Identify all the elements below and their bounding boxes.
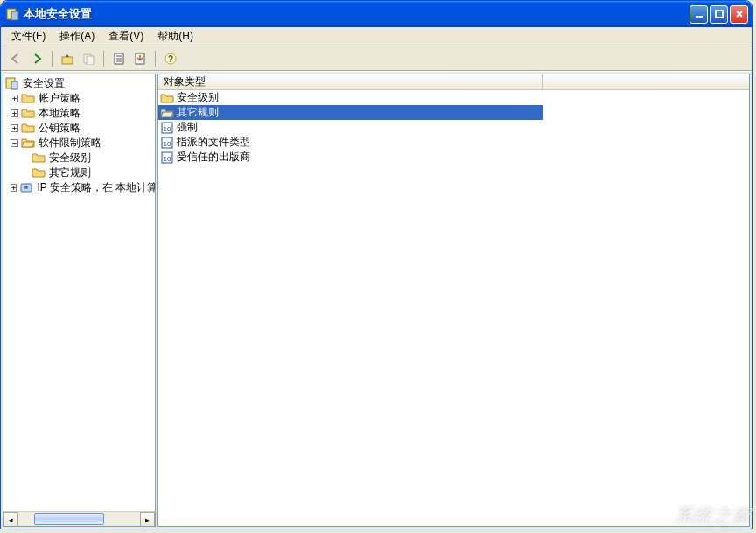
expand-icon[interactable]: + xyxy=(10,184,17,192)
tree-item-public-key-policies[interactable]: + 公钥策略 xyxy=(5,121,155,135)
folder-icon xyxy=(21,106,35,120)
list-item-label: 其它规则 xyxy=(177,105,219,120)
list-item-enforcement[interactable]: 10 强制 xyxy=(158,120,749,135)
tree-item-label: IP 安全策略，在 本地计算机 xyxy=(35,180,155,195)
tree-item-label: 其它规则 xyxy=(47,165,93,180)
list-item-label: 安全级别 xyxy=(177,90,219,105)
tree-panel: 安全设置 + 帐户策略 + 本地策略 + 公钥策略 xyxy=(3,74,156,527)
svg-point-17 xyxy=(24,186,28,189)
tree-item-label: 软件限制策略 xyxy=(37,136,103,151)
maximize-button[interactable] xyxy=(710,5,728,24)
toolbar: ? xyxy=(1,46,752,71)
help-button[interactable]: ? xyxy=(161,49,180,68)
svg-rect-6 xyxy=(87,56,94,65)
tree-item-account-policies[interactable]: + 帐户策略 xyxy=(5,91,155,105)
folder-open-icon xyxy=(160,106,174,120)
folder-open-icon xyxy=(21,136,35,150)
separator xyxy=(155,51,156,67)
separator xyxy=(103,51,104,67)
export-button[interactable] xyxy=(130,49,150,68)
up-button[interactable] xyxy=(58,49,77,68)
list-panel: 对象类型 安全级别 其它规则 10 强制 10 指派的文件类型 xyxy=(158,74,750,527)
scroll-thumb[interactable] xyxy=(34,513,104,525)
policy-icon: 10 xyxy=(160,136,174,150)
svg-text:10: 10 xyxy=(164,140,172,148)
tree-item-label: 本地策略 xyxy=(37,106,82,121)
tree-item-ip-security[interactable]: + IP 安全策略，在 本地计算机 xyxy=(5,180,155,194)
folder-icon xyxy=(21,91,35,105)
window-title: 本地安全设置 xyxy=(24,6,690,22)
tree-root[interactable]: 安全设置 xyxy=(5,76,155,90)
ipsec-icon xyxy=(19,180,33,194)
policy-icon: 10 xyxy=(160,121,174,135)
column-header-object-type[interactable]: 对象类型 xyxy=(158,74,543,89)
list-header: 对象类型 xyxy=(158,74,749,90)
tree-item-local-policies[interactable]: + 本地策略 xyxy=(5,106,155,120)
expand-icon[interactable]: + xyxy=(10,109,18,117)
tree-item-label: 公钥策略 xyxy=(37,121,82,136)
expand-icon[interactable]: + xyxy=(10,95,18,102)
security-settings-icon xyxy=(5,76,19,90)
menu-action[interactable]: 操作(A) xyxy=(54,27,100,46)
horizontal-scrollbar[interactable]: ◂ ▸ xyxy=(4,511,155,526)
tree-view[interactable]: 安全设置 + 帐户策略 + 本地策略 + 公钥策略 xyxy=(4,74,155,511)
separator xyxy=(52,51,52,67)
menu-help[interactable]: 帮助(H) xyxy=(152,27,199,46)
close-button[interactable] xyxy=(730,5,748,24)
list-item-additional-rules[interactable]: 其它规则 xyxy=(158,105,543,120)
forward-button[interactable] xyxy=(27,49,46,68)
list-item-security-levels[interactable]: 安全级别 xyxy=(158,90,749,105)
svg-text:?: ? xyxy=(168,54,173,64)
scroll-right-button[interactable]: ▸ xyxy=(140,512,155,527)
tree-root-label: 安全设置 xyxy=(21,76,66,91)
folder-icon xyxy=(32,151,46,165)
list-item-label: 强制 xyxy=(177,120,198,135)
list-item-trusted-publishers[interactable]: 10 受信任的出版商 xyxy=(158,150,749,165)
list-item-designated-file-types[interactable]: 10 指派的文件类型 xyxy=(158,135,749,150)
tree-item-security-levels[interactable]: 安全级别 xyxy=(5,151,155,165)
svg-rect-4 xyxy=(62,57,73,64)
folder-icon xyxy=(160,91,174,105)
menu-view[interactable]: 查看(V) xyxy=(103,27,149,46)
folder-icon xyxy=(32,165,46,179)
policy-icon: 10 xyxy=(160,151,174,165)
tree-item-software-restriction[interactable]: − 软件限制策略 xyxy=(5,136,155,150)
folder-icon xyxy=(21,121,35,135)
scroll-track[interactable] xyxy=(18,512,140,526)
list-item-label: 受信任的出版商 xyxy=(177,150,250,165)
scroll-left-button[interactable]: ◂ xyxy=(4,512,18,527)
svg-text:10: 10 xyxy=(164,125,172,133)
properties-button[interactable] xyxy=(109,49,129,68)
svg-text:10: 10 xyxy=(164,155,172,163)
tree-item-additional-rules[interactable]: 其它规则 xyxy=(5,165,155,179)
menu-bar: 文件(F) 操作(A) 查看(V) 帮助(H) xyxy=(1,27,752,46)
list-body[interactable]: 安全级别 其它规则 10 强制 10 指派的文件类型 10 受信任的出版商 xyxy=(158,90,749,526)
copy-button[interactable] xyxy=(79,49,98,68)
svg-rect-3 xyxy=(716,11,723,18)
svg-rect-15 xyxy=(11,81,18,89)
tree-item-label: 安全级别 xyxy=(47,151,93,165)
tree-item-label: 帐户策略 xyxy=(37,91,82,106)
svg-rect-1 xyxy=(11,11,18,20)
menu-file[interactable]: 文件(F) xyxy=(6,27,51,46)
collapse-icon[interactable]: − xyxy=(10,139,18,147)
svg-rect-2 xyxy=(696,16,703,18)
back-button[interactable] xyxy=(6,49,25,68)
list-item-label: 指派的文件类型 xyxy=(177,135,250,150)
app-icon xyxy=(6,7,20,21)
expand-icon[interactable]: + xyxy=(10,124,18,132)
minimize-button[interactable] xyxy=(690,5,708,24)
